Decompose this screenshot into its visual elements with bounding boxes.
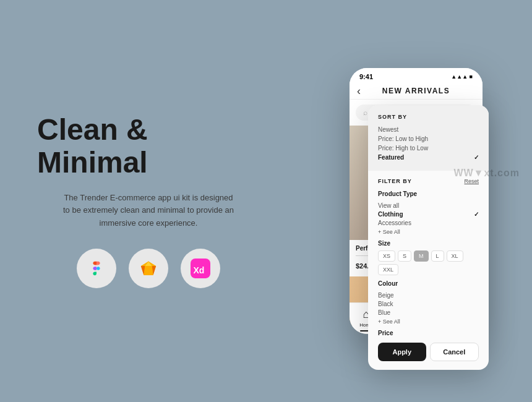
product-type-see-all[interactable]: + See All	[378, 229, 479, 235]
left-panel: Clean & Minimal The Trender E-commerce a…	[37, 114, 260, 288]
svg-marker-4	[144, 266, 153, 275]
clothing-check: ✓	[474, 211, 479, 218]
size-xs[interactable]: XS	[378, 250, 395, 262]
back-button[interactable]: ‹	[357, 85, 361, 98]
reset-button[interactable]: Reset	[464, 178, 479, 184]
sort-option-low-high[interactable]: Price: Low to High	[378, 134, 479, 143]
size-s[interactable]: S	[398, 250, 411, 262]
svg-text:Xd: Xd	[193, 265, 204, 275]
subtitle: The Trender E-commerce app ui kit is des…	[62, 192, 235, 230]
price-title: Price	[378, 330, 479, 336]
size-grid: XS S M L XL XXL	[378, 250, 479, 275]
phone-container: 9:41 ▲▲▲ ■ ‹ NEW ARRIVALS ⌕ Search for p…	[350, 68, 483, 334]
filter-actions: Apply Cancel	[378, 343, 479, 361]
size-l[interactable]: L	[431, 250, 444, 262]
filter-blue[interactable]: Blue	[378, 308, 479, 317]
product-type-title: Product Type	[378, 190, 479, 197]
filter-accessories[interactable]: Accessories	[378, 218, 479, 227]
figma-icon	[77, 249, 116, 288]
size-title: Size	[378, 240, 479, 247]
sort-option-high-low[interactable]: Price: High to Low	[378, 143, 479, 153]
sort-option-featured[interactable]: Featured ✓	[378, 153, 479, 162]
sketch-icon	[129, 249, 168, 288]
main-title: Clean & Minimal	[37, 114, 260, 179]
status-icons: ▲▲▲ ■	[451, 74, 473, 80]
sort-by-title: SORT BY	[378, 114, 479, 120]
cancel-button[interactable]: Cancel	[430, 343, 479, 361]
page-title: NEW ARRIVALS	[382, 87, 450, 95]
size-m[interactable]: M	[414, 250, 429, 262]
watermark: WW▼xt.com	[453, 168, 520, 179]
filter-clothing[interactable]: Clothing ✓	[378, 210, 479, 218]
size-xl[interactable]: XL	[447, 250, 463, 262]
size-xxl[interactable]: XXL	[378, 264, 398, 275]
sort-option-newest[interactable]: Newest	[378, 125, 479, 134]
phone-header: ‹ NEW ARRIVALS	[350, 83, 483, 100]
filter-beige[interactable]: Beige	[378, 291, 479, 299]
filter-by-title: FILTER BY	[378, 178, 412, 184]
filter-black[interactable]: Black	[378, 299, 479, 308]
xd-icon: Xd	[181, 249, 220, 288]
colour-title: Colour	[378, 280, 479, 287]
tool-icons: Xd	[37, 249, 260, 288]
sort-section: SORT BY Newest Price: Low to High Price:…	[368, 105, 489, 171]
search-icon: ⌕	[363, 108, 367, 117]
sort-check: ✓	[474, 154, 479, 161]
status-time: 9:41	[359, 73, 373, 80]
apply-button[interactable]: Apply	[378, 343, 426, 361]
filter-header: FILTER BY Reset	[378, 178, 479, 184]
status-bar: 9:41 ▲▲▲ ■	[350, 68, 483, 83]
colour-see-all[interactable]: + See All	[378, 319, 479, 325]
filter-panel: SORT BY Newest Price: Low to High Price:…	[368, 105, 489, 370]
filter-view-all[interactable]: View all	[378, 201, 479, 210]
